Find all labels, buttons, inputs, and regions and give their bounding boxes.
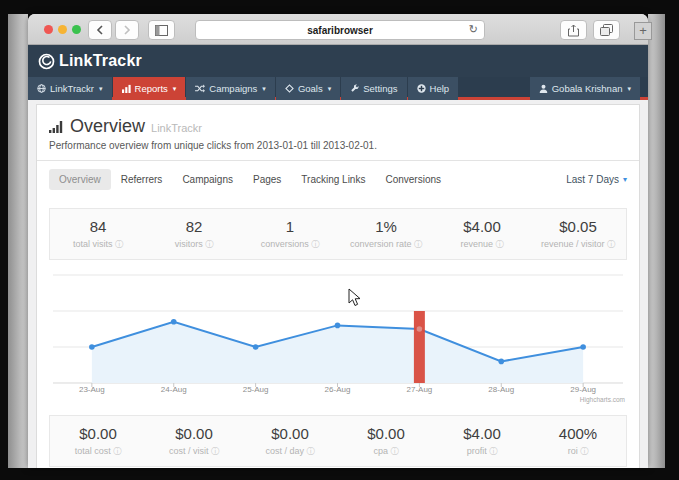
stat-value: $0.00 <box>338 425 434 442</box>
minimize-window-button[interactable] <box>58 25 67 34</box>
stat-conversion-rate: 1%conversion rate ⓘ <box>338 209 434 259</box>
x-axis-label: 29-Aug <box>570 385 596 394</box>
tab-conversions[interactable]: Conversions <box>375 169 451 190</box>
info-icon[interactable]: ⓘ <box>211 447 219 456</box>
stats-row-bottom: $0.00total cost ⓘ $0.00cost / visit ⓘ $0… <box>49 415 627 467</box>
zoom-window-button[interactable] <box>72 25 81 34</box>
tab-tracking-links[interactable]: Tracking Links <box>291 169 375 190</box>
info-icon[interactable]: ⓘ <box>580 447 588 456</box>
stat-revenue-visitor: $0.05revenue / visitor ⓘ <box>530 209 626 259</box>
nav-item-goals[interactable]: Goals ▾ <box>276 77 340 100</box>
page-title: Overview <box>70 116 145 137</box>
shuffle-icon <box>195 84 205 93</box>
nav-item-settings[interactable]: Settings <box>341 77 406 100</box>
wrench-icon <box>350 84 359 93</box>
bar-chart-icon <box>122 84 131 93</box>
nav-item-linktrackr[interactable]: LinkTrackr ▾ <box>28 77 112 100</box>
tab-campaigns[interactable]: Campaigns <box>172 169 243 190</box>
stat-value: 400% <box>530 425 626 442</box>
stat-label: cpa <box>373 446 388 456</box>
info-icon[interactable]: ⓘ <box>489 447 497 456</box>
back-button[interactable] <box>88 20 112 40</box>
stat-revenue: $4.00revenue ⓘ <box>434 209 530 259</box>
stat-cpa: $0.00cpa ⓘ <box>338 416 434 466</box>
tab-overview[interactable]: Overview <box>49 169 111 190</box>
tab-pages[interactable]: Pages <box>243 169 291 190</box>
x-axis-label: 23-Aug <box>79 385 105 394</box>
stat-label: cost / day <box>265 446 304 456</box>
caret-down-icon: ▾ <box>328 85 332 92</box>
info-icon[interactable]: ⓘ <box>607 240 615 249</box>
info-icon[interactable]: ⓘ <box>307 447 315 456</box>
nav-label: LinkTrackr <box>50 83 94 94</box>
stat-label: profit <box>467 446 487 456</box>
nav-label: Settings <box>363 83 397 94</box>
logo-text: LinkTrackr <box>59 52 142 70</box>
date-range-label: Last 7 Days <box>566 174 619 185</box>
x-axis-label: 25-Aug <box>243 385 269 394</box>
close-window-button[interactable] <box>44 25 53 34</box>
main-nav: LinkTrackr ▾ Reports ▾ Campaigns ▾ Goals… <box>28 77 648 100</box>
tabs-icon <box>600 24 613 36</box>
caret-down-icon: ▾ <box>99 85 103 92</box>
info-icon[interactable]: ⓘ <box>414 240 422 249</box>
x-axis-label: 26-Aug <box>325 385 351 394</box>
tabs-row: Overview Referrers Campaigns Pages Track… <box>37 161 639 198</box>
nav-label: Reports <box>135 83 168 94</box>
address-text: safaribrowser <box>196 25 484 36</box>
nav-item-campaigns[interactable]: Campaigns ▾ <box>186 77 275 100</box>
refresh-icon[interactable]: ↻ <box>469 23 478 36</box>
desktop-edge-right <box>648 14 665 468</box>
new-tab-button[interactable]: + <box>634 22 652 40</box>
visits-chart[interactable]: Highcharts.com 23-Aug24-Aug25-Aug26-Aug2… <box>49 263 627 408</box>
info-icon[interactable]: ⓘ <box>391 447 399 456</box>
stat-label: revenue / visitor <box>541 239 605 249</box>
stat-conversions: 1conversions ⓘ <box>242 209 338 259</box>
info-icon[interactable]: ⓘ <box>496 240 504 249</box>
nav-label: Goals <box>298 83 323 94</box>
card-header: Overview LinkTrackr Performance overview… <box>37 105 639 161</box>
user-name: Gobala Krishnan <box>552 83 623 94</box>
stat-roi: 400%roi ⓘ <box>530 416 626 466</box>
stat-label: roi <box>568 446 578 456</box>
linktrackr-logo[interactable]: LinkTrackr <box>38 52 142 70</box>
stat-value: $4.00 <box>434 218 530 235</box>
chart-credit[interactable]: Highcharts.com <box>580 396 625 403</box>
info-icon[interactable]: ⓘ <box>113 447 121 456</box>
x-axis-label: 28-Aug <box>488 385 514 394</box>
diamond-icon <box>285 84 294 93</box>
info-icon[interactable]: ⓘ <box>115 240 123 249</box>
stat-value: 84 <box>50 218 146 235</box>
globe-icon <box>37 84 46 93</box>
user-icon <box>539 84 548 93</box>
signal-bars-icon <box>49 120 64 133</box>
user-menu[interactable]: Gobala Krishnan ▾ <box>530 77 640 100</box>
date-range-dropdown[interactable]: Last 7 Days ▾ <box>566 174 627 185</box>
overview-card: Overview LinkTrackr Performance overview… <box>36 104 640 468</box>
linktrackr-logo-icon <box>38 53 55 70</box>
share-button[interactable] <box>560 20 587 40</box>
info-icon[interactable]: ⓘ <box>311 240 319 249</box>
stat-value: $4.00 <box>434 425 530 442</box>
stats-row-top: 84total visits ⓘ 82visitors ⓘ 1conversio… <box>49 208 627 260</box>
stat-cost-day: $0.00cost / day ⓘ <box>242 416 338 466</box>
nav-item-help[interactable]: Help <box>408 77 459 100</box>
stat-value: $0.05 <box>530 218 626 235</box>
sidebar-toggle-button[interactable] <box>148 20 175 40</box>
stat-label: conversions <box>261 239 309 249</box>
tab-overview-button[interactable] <box>593 20 620 40</box>
stat-label: conversion rate <box>350 239 412 249</box>
stat-label: total cost <box>75 446 111 456</box>
caret-down-icon: ▾ <box>623 175 627 184</box>
stat-visitors: 82visitors ⓘ <box>146 209 242 259</box>
address-bar[interactable]: safaribrowser ↻ <box>195 20 485 40</box>
tab-referrers[interactable]: Referrers <box>111 169 173 190</box>
nav-item-reports[interactable]: Reports ▾ <box>113 77 186 100</box>
nav-label: Campaigns <box>209 83 257 94</box>
browser-toolbar: safaribrowser ↻ <box>28 14 648 45</box>
stat-value: $0.00 <box>146 425 242 442</box>
stat-value: $0.00 <box>242 425 338 442</box>
page-title-suffix: LinkTrackr <box>151 122 202 134</box>
forward-button[interactable] <box>115 20 139 40</box>
info-icon[interactable]: ⓘ <box>205 240 213 249</box>
